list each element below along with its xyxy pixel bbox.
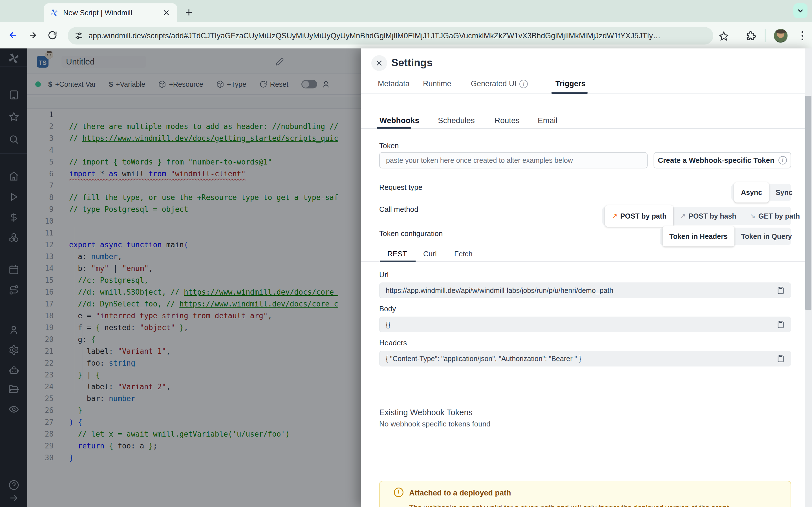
toggle-option[interactable]: Async xyxy=(734,182,769,203)
request-fields: Url https://app.windmill.dev/api/w/windm… xyxy=(379,270,791,373)
tab-rest[interactable]: REST xyxy=(388,249,407,258)
subtab-webhooks[interactable]: Webhooks xyxy=(379,116,419,125)
field-value: {} xyxy=(386,321,777,329)
clipboard-icon[interactable] xyxy=(777,355,784,362)
existing-tokens-title: Existing Webhook Tokens xyxy=(379,408,472,417)
field-value: https://app.windmill.dev/api/w/windmill-… xyxy=(386,286,777,295)
field-group: Headers { "Content-Type": "application/j… xyxy=(379,339,791,367)
call-method-toggle: ↗ POST by path ↗ POST by hash ↘ GET by p… xyxy=(602,207,791,225)
field-value: { "Content-Type": "application/json", "A… xyxy=(386,355,777,363)
new-tab-icon[interactable] xyxy=(183,6,195,18)
kebab-menu-icon[interactable] xyxy=(800,29,805,42)
subtab-routes[interactable]: Routes xyxy=(495,116,520,125)
info-icon: i xyxy=(778,156,787,165)
field-group: Url https://app.windmill.dev/api/w/windm… xyxy=(379,270,791,298)
existing-tokens-empty: No webhook specific tokens found xyxy=(379,420,491,429)
tab-fetch[interactable]: Fetch xyxy=(454,249,472,258)
arrow-icon: ↗ xyxy=(612,212,617,220)
warning-body: The webhooks are only valid for a given … xyxy=(409,503,731,507)
tab-curl[interactable]: Curl xyxy=(423,249,437,258)
settings-tabs: Metadata Runtime Generated UI i Triggers xyxy=(361,78,812,94)
tab-strip: New Script | Windmill xyxy=(0,0,812,22)
active-snippet-underline xyxy=(380,261,416,262)
bookmark-star-icon[interactable] xyxy=(718,31,729,42)
token-input[interactable]: paste your token here once created to al… xyxy=(379,152,648,168)
token-configuration-toggle: Token in Headers Token in Query xyxy=(660,228,791,245)
warning-title: Attached to a deployed path xyxy=(409,489,511,497)
tab-triggers[interactable]: Triggers xyxy=(555,79,586,88)
arrow-icon: ↗ xyxy=(680,212,686,220)
tune-icon[interactable] xyxy=(74,31,84,40)
info-icon: i xyxy=(519,80,528,88)
clipboard-icon[interactable] xyxy=(777,321,784,328)
toggle-option[interactable]: ↘ GET by path xyxy=(743,207,807,225)
chevron-down-icon[interactable] xyxy=(794,3,808,18)
subtab-schedules[interactable]: Schedules xyxy=(438,116,475,125)
field-value-box[interactable]: {} xyxy=(379,317,791,332)
scrollbar[interactable] xyxy=(805,48,812,507)
extensions-puzzle-icon[interactable] xyxy=(745,30,756,41)
scrollbar-thumb[interactable] xyxy=(805,96,811,310)
toolbar-separator xyxy=(765,29,765,42)
alert-icon: ! xyxy=(394,488,403,497)
back-icon[interactable] xyxy=(5,27,21,43)
tab-generated-ui[interactable]: Generated UI i xyxy=(471,79,528,88)
drawer-backdrop[interactable] xyxy=(0,48,361,507)
tab-runtime[interactable]: Runtime xyxy=(423,79,451,88)
request-type-toggle: Async Sync xyxy=(731,184,791,201)
windmill-favicon xyxy=(50,8,59,17)
address-bar[interactable]: app.windmill.dev/scripts/add#JTdCJTIyaGF… xyxy=(68,27,713,45)
settings-drawer: Settings Metadata Runtime Generated UI i… xyxy=(361,48,812,507)
browser-chrome: New Script | Windmill app.windmill.dev/s… xyxy=(0,0,812,48)
tab-title: New Script | Windmill xyxy=(63,8,157,17)
request-type-label: Request type xyxy=(379,183,422,192)
toggle-option[interactable]: Token in Query xyxy=(734,228,799,245)
token-label: Token xyxy=(379,142,399,150)
field-value-box[interactable]: https://app.windmill.dev/api/w/windmill-… xyxy=(379,283,791,298)
tab-close-icon[interactable] xyxy=(161,8,171,18)
trigger-subtabs: Webhooks Schedules Routes Email xyxy=(361,115,812,129)
toggle-option[interactable]: ↗ POST by hash xyxy=(673,207,743,225)
field-label: Url xyxy=(379,270,791,279)
field-value-box[interactable]: { "Content-Type": "application/json", "A… xyxy=(379,351,791,367)
subtab-email[interactable]: Email xyxy=(538,116,557,125)
create-webhook-token-button[interactable]: Create a Webhook-specific Token i xyxy=(654,152,791,168)
drawer-title: Settings xyxy=(391,57,433,69)
close-icon[interactable] xyxy=(371,55,387,71)
deployed-path-warning: ! Attached to a deployed path The webhoo… xyxy=(379,481,791,507)
toggle-option[interactable]: Token in Headers xyxy=(663,226,734,246)
active-subtab-underline xyxy=(377,127,411,129)
field-label: Body xyxy=(379,304,791,313)
toggle-option[interactable]: Sync xyxy=(769,184,799,201)
toggle-option[interactable]: ↗ POST by path xyxy=(605,205,673,227)
forward-icon[interactable] xyxy=(25,27,41,43)
call-method-label: Call method xyxy=(379,205,418,214)
active-tab-underline xyxy=(552,92,588,94)
clipboard-icon[interactable] xyxy=(777,286,784,294)
token-configuration-label: Token configuration xyxy=(379,229,443,238)
browser-tab[interactable]: New Script | Windmill xyxy=(44,3,177,22)
url-text[interactable]: app.windmill.dev/scripts/add#JTdCJTIyaGF… xyxy=(89,32,707,40)
tab-metadata[interactable]: Metadata xyxy=(378,79,410,88)
reload-icon[interactable] xyxy=(45,27,60,43)
field-label: Headers xyxy=(379,339,791,347)
arrow-icon: ↘ xyxy=(750,212,756,220)
snippet-tabs: REST Curl Fetch xyxy=(361,249,812,262)
field-group: Body {} xyxy=(379,304,791,332)
avatar[interactable] xyxy=(774,29,788,43)
